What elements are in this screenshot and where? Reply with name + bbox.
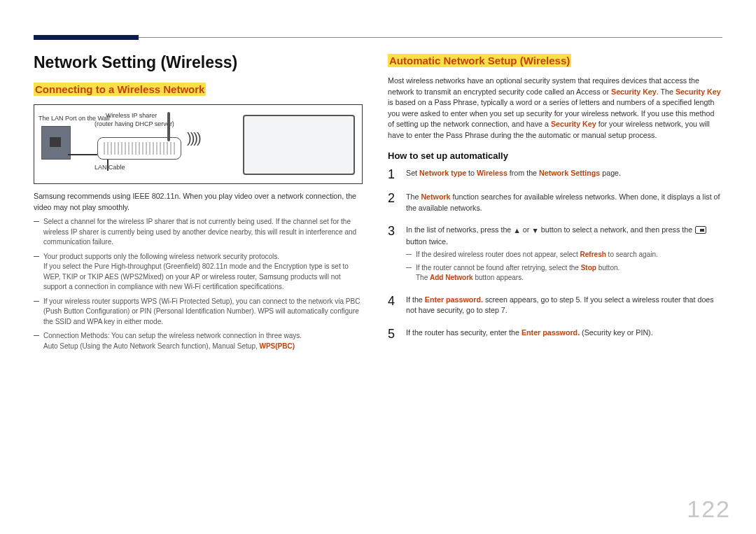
header-accent-bar [34, 35, 139, 40]
wifi-waves-icon: )))) [187, 130, 200, 146]
lan-cable-line [68, 154, 97, 155]
note-1: Select a channel for the wireless IP sha… [34, 217, 363, 248]
note-2: Your product supports only the following… [34, 252, 363, 293]
manual-page: Network Setting (Wireless) Connecting to… [0, 0, 756, 534]
left-column: Network Setting (Wireless) Connecting to… [34, 53, 363, 351]
enter-password-1: Enter password. [425, 295, 483, 304]
note-4-line1: Connection Methods: You can setup the wi… [43, 332, 302, 339]
step-1-number: 1 [388, 168, 398, 181]
s1-b1: Network type [419, 169, 466, 177]
s1-b3: Network Settings [539, 169, 600, 177]
refresh-bold: Refresh [580, 251, 606, 258]
s1-mid2: from the [507, 169, 539, 177]
step-3-sub1: If the desired wireless router does not … [406, 250, 722, 260]
s3-sub2-post: button. [596, 264, 620, 272]
antenna-icon [167, 112, 170, 141]
up-arrow-icon: ▲ [513, 225, 521, 237]
wall-jack-icon [50, 137, 61, 147]
s3-pre: In the list of networks, press the [406, 225, 513, 234]
s3-sub2-pre: If the router cannot be found after retr… [416, 264, 581, 272]
page-title: Network Setting (Wireless) [34, 53, 363, 72]
note-2-line2: If you select the Pure High-throughput (… [43, 262, 349, 290]
s5-pre: If the router has security, enter the [406, 328, 522, 337]
step-1-body: Set Network type to Wireless from the Ne… [406, 168, 722, 181]
s2-post: function searches for available wireless… [406, 192, 720, 212]
s3-post: button twice. [406, 237, 448, 246]
connecting-heading: Connecting to a Wireless Network [34, 83, 206, 96]
security-key-1: Security Key [611, 87, 657, 96]
network-diagram: The LAN Port on the Wall LAN Cable Wirel… [34, 104, 363, 184]
wps-pbc-bold: WPS(PBC) [260, 342, 295, 350]
howto-heading: How to set up automatically [388, 150, 722, 161]
router-label-1: Wireless IP sharer [106, 112, 157, 119]
s2-pre: The [406, 192, 421, 201]
automatic-setup-heading: Automatic Network Setup (Wireless) [388, 54, 571, 67]
page-number: 122 [687, 496, 731, 523]
s1-b2: Wireless [477, 169, 507, 177]
s1-pre: Set [406, 169, 419, 177]
step-5-number: 5 [388, 328, 398, 340]
two-column-layout: Network Setting (Wireless) Connecting to… [34, 53, 722, 351]
step-5: 5 If the router has security, enter the … [388, 328, 722, 340]
step-4-number: 4 [388, 295, 398, 316]
right-column: Automatic Network Setup (Wireless) Most … [388, 53, 722, 351]
right-heading-wrap: Automatic Network Setup (Wireless) [388, 55, 722, 67]
security-key-2: Security Key [676, 87, 721, 96]
step-3: 3 In the list of networks, press the ▲ o… [388, 225, 722, 283]
step-3-sub2: If the router cannot be found after retr… [406, 263, 722, 283]
step-2: 2 The Network function searches for avai… [388, 192, 722, 213]
step-3-body: In the list of networks, press the ▲ or … [406, 225, 722, 283]
s3-sub1-pre: If the desired wireless router does not … [416, 251, 580, 258]
down-arrow-icon: ▼ [531, 225, 539, 237]
step-4: 4 If the Enter password. screen appears,… [388, 295, 722, 316]
s1-mid1: to [466, 169, 477, 177]
step-5-body: If the router has security, enter the En… [406, 328, 722, 340]
router-label-2: (router having DHCP server) [94, 120, 174, 127]
step-3-number: 3 [388, 225, 398, 283]
security-paragraph: Most wireless networks have an optional … [388, 76, 722, 141]
s3-or: or [521, 225, 531, 234]
security-key-3: Security Key [551, 120, 596, 128]
s4-pre: If the [406, 295, 425, 304]
s3-sub3-pre: The [416, 274, 430, 281]
s3-sub3-post: button appears. [473, 274, 524, 281]
enter-password-2: Enter password. [522, 328, 580, 337]
steps-list: 1 Set Network type to Wireless from the … [388, 168, 722, 340]
note-4: Connection Methods: You can setup the wi… [34, 331, 363, 351]
s3-mid: button to select a network, and then pre… [541, 225, 694, 234]
left-heading-wrap: Connecting to a Wireless Network [34, 83, 363, 96]
lan-cable-label: LAN Cable [94, 164, 125, 171]
step-2-body: The Network function searches for availa… [406, 192, 722, 213]
note-2-line1: Your product supports only the following… [43, 253, 279, 260]
enter-icon [695, 226, 706, 234]
step-1: 1 Set Network type to Wireless from the … [388, 168, 722, 181]
header-rule [34, 21, 722, 38]
note-3: If your wireless router supports WPS (Wi… [34, 297, 363, 328]
s5-post: (Security key or PIN). [580, 328, 653, 337]
s3-sub1-post: to search again. [606, 251, 658, 258]
display-icon [243, 115, 355, 175]
step-4-body: If the Enter password. screen appears, g… [406, 295, 722, 316]
s1-post: page. [600, 169, 621, 177]
step-2-number: 2 [388, 192, 398, 213]
note-4-line2-pre: Auto Setup (Using the Auto Network Searc… [43, 342, 260, 350]
add-network-bold: Add Network [430, 274, 473, 281]
s2-b1: Network [421, 192, 450, 201]
stop-bold: Stop [581, 264, 596, 272]
intro-paragraph: Samsung recommends using IEEE 802.11n. W… [34, 191, 363, 213]
para-t2: . The [657, 87, 676, 96]
